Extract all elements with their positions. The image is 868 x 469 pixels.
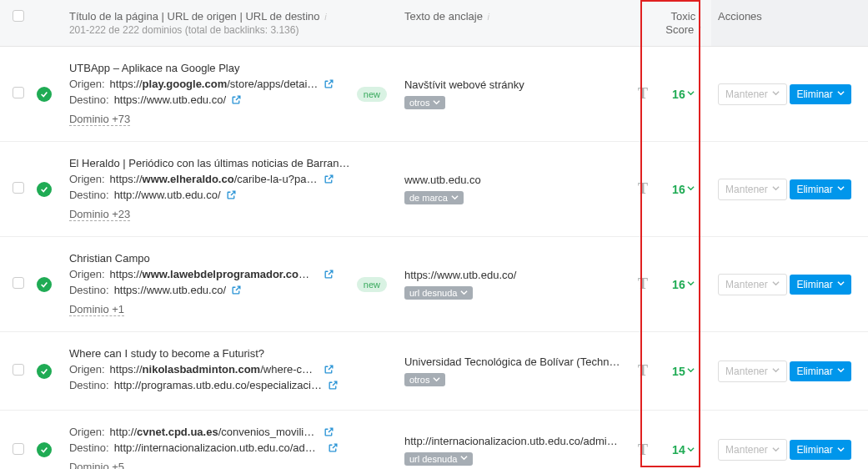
anchor-tag-dropdown[interactable]: url desnuda — [404, 286, 474, 300]
chevron-down-icon — [837, 89, 845, 98]
anchor-text: Universidad Tecnológica de Bolívar (Tech… — [404, 356, 621, 368]
row-checkbox[interactable] — [13, 277, 24, 289]
toxic-score[interactable]: 16 — [672, 88, 695, 101]
keep-button[interactable]: Mantener — [718, 439, 787, 461]
origin-url[interactable]: https://www.elheraldo.co/caribe-la-u?pag… — [110, 173, 319, 185]
chevron-down-icon — [433, 376, 440, 385]
page-title: Christian Campo — [69, 252, 353, 265]
destination-url[interactable]: http://programas.utb.edu.co/especializac… — [114, 379, 323, 391]
domain-count-link[interactable]: Dominio +23 — [69, 208, 130, 221]
select-all-header[interactable] — [0, 0, 37, 47]
table-row: Christian CampoOrigen: https://www.laweb… — [0, 237, 868, 332]
external-link-icon[interactable] — [324, 269, 334, 280]
origin-label: Origen: — [69, 173, 105, 185]
destination-url[interactable]: http://internacionalizacion.utb.edu.co/a… — [114, 441, 323, 454]
destination-url[interactable]: https://www.utb.edu.co/ — [114, 93, 226, 106]
external-link-icon[interactable] — [324, 364, 334, 375]
new-badge: new — [357, 87, 387, 102]
chevron-down-icon — [687, 366, 695, 376]
chevron-down-icon — [772, 280, 780, 289]
chevron-down-icon — [687, 184, 695, 194]
title-header-label: Título de la página | URL de origen | UR… — [69, 10, 320, 23]
info-icon[interactable]: i — [324, 12, 326, 22]
chevron-down-icon — [687, 446, 695, 455]
domain-count-link[interactable]: Dominio +1 — [69, 303, 124, 316]
chevron-down-icon — [837, 280, 845, 289]
delete-button[interactable]: Eliminar — [790, 275, 850, 295]
delete-button[interactable]: Eliminar — [790, 361, 850, 381]
external-link-icon[interactable] — [324, 174, 334, 184]
destination-url[interactable]: http://www.utb.edu.co/ — [114, 189, 221, 201]
chevron-down-icon — [460, 454, 468, 463]
toxic-score[interactable]: 14 — [672, 443, 695, 456]
status-ok-icon — [37, 364, 52, 379]
chevron-down-icon — [687, 89, 695, 98]
text-type-icon: T — [638, 180, 648, 197]
anchor-tag-dropdown[interactable]: de marca — [404, 191, 464, 204]
chevron-down-icon — [772, 446, 780, 455]
chevron-down-icon — [460, 289, 468, 298]
actions-header: Acciones — [711, 0, 868, 47]
info-icon[interactable]: i — [699, 25, 700, 35]
keep-button[interactable]: Mantener — [718, 274, 787, 295]
row-checkbox[interactable] — [13, 87, 24, 98]
actions-header-label: Acciones — [718, 10, 762, 23]
origin-label: Origen: — [69, 426, 105, 438]
t-header — [630, 0, 655, 47]
external-link-icon[interactable] — [324, 78, 334, 89]
anchor-text: www.utb.edu.co — [404, 174, 621, 186]
chevron-down-icon — [772, 366, 780, 376]
delete-button[interactable]: Eliminar — [790, 179, 850, 199]
row-checkbox[interactable] — [13, 443, 24, 455]
chevron-down-icon — [433, 98, 440, 108]
toxic-score[interactable]: 16 — [672, 183, 695, 196]
toxic-score[interactable]: 15 — [672, 365, 695, 378]
external-link-icon[interactable] — [328, 380, 339, 391]
origin-url[interactable]: http://cvnet.cpd.ua.es/convenios_movilid… — [110, 426, 319, 438]
row-checkbox[interactable] — [13, 182, 24, 194]
page-title: UTBApp – Aplikace na Google Play — [69, 62, 353, 74]
chevron-down-icon — [451, 194, 459, 203]
score-header-label: Toxic Score — [665, 10, 695, 36]
keep-button[interactable]: Mantener — [718, 83, 787, 105]
delete-button[interactable]: Eliminar — [790, 84, 850, 104]
destination-url[interactable]: https://www.utb.edu.co/ — [114, 284, 226, 296]
anchor-tag-dropdown[interactable]: otros — [404, 373, 445, 386]
table-header-row: Título de la página | URL de origen | UR… — [0, 0, 868, 47]
select-all-checkbox[interactable] — [13, 10, 24, 22]
status-ok-icon — [37, 182, 52, 197]
table-row: Origen: http://cvnet.cpd.ua.es/convenios… — [0, 411, 868, 469]
domain-count-link[interactable]: Dominio +73 — [69, 113, 130, 126]
toxic-score[interactable]: 16 — [672, 278, 695, 291]
destination-label: Destino: — [69, 441, 109, 454]
page-title: Where can I study to become a Futurist? — [69, 347, 353, 360]
chevron-down-icon — [837, 446, 845, 455]
info-icon[interactable]: i — [488, 12, 489, 22]
origin-url[interactable]: https://play.google.com/store/apps/detai… — [110, 78, 319, 90]
backlinks-table: Título de la página | URL de origen | UR… — [0, 0, 868, 469]
delete-button[interactable]: Eliminar — [790, 440, 850, 460]
score-header[interactable]: Toxic Score i — [655, 0, 711, 47]
anchor-tag-dropdown[interactable]: url desnuda — [404, 452, 474, 466]
new-badge: new — [357, 277, 387, 292]
row-checkbox[interactable] — [13, 364, 24, 376]
keep-button[interactable]: Mantener — [718, 179, 787, 200]
anchor-header[interactable]: Texto de anclaje i — [398, 0, 630, 47]
table-row: El Heraldo | Periódico con las últimas n… — [0, 142, 868, 237]
origin-url[interactable]: https://nikolasbadminton.com/where-can-i… — [110, 363, 319, 376]
destination-label: Destino: — [69, 379, 109, 391]
anchor-tag-dropdown[interactable]: otros — [404, 96, 445, 109]
external-link-icon[interactable] — [231, 94, 242, 105]
external-link-icon[interactable] — [328, 442, 339, 453]
status-ok-icon — [37, 442, 52, 457]
domain-count-link[interactable]: Dominio +5 — [69, 461, 124, 469]
external-link-icon[interactable] — [324, 426, 334, 437]
status-header — [37, 0, 63, 47]
origin-label: Origen: — [69, 363, 105, 376]
title-header[interactable]: Título de la página | URL de origen | UR… — [63, 0, 398, 47]
external-link-icon[interactable] — [231, 285, 242, 295]
external-link-icon[interactable] — [226, 189, 237, 200]
title-header-subtext: 201-222 de 222 dominios (total de backli… — [69, 24, 391, 36]
keep-button[interactable]: Mantener — [718, 361, 787, 382]
origin-url[interactable]: https://www.lawebdelprogramador.com/p… — [110, 268, 319, 280]
